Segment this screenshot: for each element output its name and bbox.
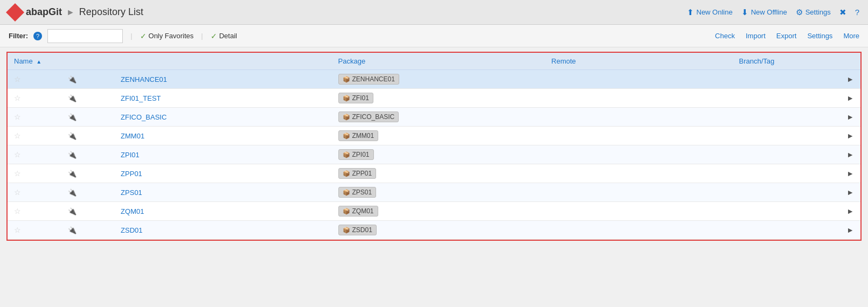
table-row: ☆🔌ZMM01📦ZMM01► — [8, 127, 860, 145]
table-row: ☆🔌ZPP01📦ZPP01► — [8, 164, 860, 183]
package-name: ZMM01 — [352, 132, 374, 139]
row-arrow[interactable]: ► — [835, 145, 860, 164]
star-icon[interactable]: ☆ — [14, 131, 21, 140]
repo-name[interactable]: ZQM01 — [121, 207, 144, 215]
package-badge: 📦ZPP01 — [338, 168, 377, 179]
row-arrow[interactable]: ► — [835, 89, 860, 108]
header-right: ⬆ New Online ⬇ New Offline ⚙ Settings ✖ … — [687, 8, 860, 17]
plug-icon: 🔌 — [68, 94, 77, 102]
table-row: ☆🔌ZFI01_TEST📦ZFI01► — [8, 89, 860, 108]
filter-label: Filter: — [9, 32, 28, 40]
export-button[interactable]: Export — [776, 32, 797, 40]
repo-name[interactable]: ZPS01 — [121, 189, 142, 197]
repo-name[interactable]: ZSD01 — [121, 226, 142, 234]
table-row: ☆🔌ZPI01📦ZPI01► — [8, 145, 860, 164]
toolbar: Filter: ? | ✓ Only Favorites | ✓ Detail … — [0, 25, 868, 47]
row-arrow[interactable]: ► — [835, 108, 860, 127]
remote-cell — [545, 145, 732, 164]
tools-icon: ✖ — [839, 8, 846, 17]
new-offline-button[interactable]: ⬇ New Offline — [741, 8, 787, 17]
row-arrow[interactable]: ► — [835, 183, 860, 202]
new-online-button[interactable]: ⬆ New Online — [687, 8, 733, 17]
remote-cell — [545, 70, 732, 89]
star-icon[interactable]: ☆ — [14, 75, 21, 83]
plug-icon: 🔌 — [68, 226, 77, 234]
checkmark-detail-icon: ✓ — [211, 32, 217, 40]
only-favorites-checkbox[interactable]: ✓ Only Favorites — [140, 32, 194, 40]
filter-help-icon[interactable]: ? — [33, 32, 42, 40]
repo-name[interactable]: ZENHANCE01 — [121, 75, 167, 83]
plug-icon: 🔌 — [68, 170, 77, 178]
repo-name[interactable]: ZFI01_TEST — [121, 94, 161, 102]
settings-gear-icon: ⚙ — [796, 8, 803, 17]
detail-checkbox[interactable]: ✓ Detail — [211, 32, 237, 40]
tools-button[interactable]: ✖ — [839, 8, 846, 17]
plug-icon: 🔌 — [68, 207, 77, 215]
row-arrow[interactable]: ► — [835, 127, 860, 145]
star-icon[interactable]: ☆ — [14, 226, 21, 234]
remote-cell — [545, 108, 732, 127]
logo-diamond-icon — [6, 3, 24, 22]
col-header-arrow — [835, 53, 860, 70]
separator-2: | — [201, 32, 203, 40]
row-arrow[interactable]: ► — [835, 164, 860, 183]
package-icon: 📦 — [343, 132, 350, 139]
remote-cell — [545, 89, 732, 108]
import-button[interactable]: Import — [746, 32, 766, 40]
package-icon: 📦 — [343, 227, 350, 234]
remote-cell — [545, 164, 732, 183]
table-header: Name ▲ Package Remote Branch/Tag — [8, 53, 860, 70]
remote-cell — [545, 221, 732, 240]
settings-button[interactable]: ⚙ Settings — [796, 8, 831, 17]
row-arrow[interactable]: ► — [835, 202, 860, 221]
package-name: ZQM01 — [352, 207, 374, 215]
package-name: ZPS01 — [352, 189, 372, 196]
col-branch-label: Branch/Tag — [739, 57, 775, 65]
plug-icon: 🔌 — [68, 113, 77, 121]
plug-icon: 🔌 — [68, 75, 77, 83]
repo-name[interactable]: ZFICO_BASIC — [121, 113, 166, 121]
header-left: abapGit ► Repository List — [9, 6, 687, 19]
repo-name[interactable]: ZPI01 — [121, 151, 140, 159]
package-name: ZPP01 — [352, 170, 372, 177]
repository-table-container: Name ▲ Package Remote Branch/Tag ☆🔌ZENHA… — [6, 52, 862, 241]
check-button[interactable]: Check — [715, 32, 735, 40]
checkmark-favorites-icon: ✓ — [140, 32, 147, 40]
branch-cell — [733, 108, 835, 127]
repo-name[interactable]: ZPP01 — [121, 170, 142, 178]
filter-input[interactable] — [47, 29, 123, 43]
star-icon[interactable]: ☆ — [14, 188, 21, 197]
branch-cell — [733, 202, 835, 221]
row-arrow[interactable]: ► — [835, 221, 860, 240]
col-header-remote[interactable]: Remote — [545, 53, 732, 70]
remote-cell — [545, 183, 732, 202]
breadcrumb-arrow-icon: ► — [66, 8, 75, 17]
package-badge: 📦ZSD01 — [338, 225, 377, 235]
package-icon: 📦 — [343, 95, 350, 102]
col-package-label: Package — [338, 57, 366, 65]
star-icon[interactable]: ☆ — [14, 169, 21, 178]
star-icon[interactable]: ☆ — [14, 94, 21, 102]
page-title: Repository List — [79, 6, 143, 18]
repo-name[interactable]: ZMM01 — [121, 132, 144, 140]
star-icon[interactable]: ☆ — [14, 207, 21, 215]
help-button[interactable]: ? — [855, 8, 859, 17]
row-arrow[interactable]: ► — [835, 70, 860, 89]
repository-table: Name ▲ Package Remote Branch/Tag ☆🔌ZENHA… — [8, 53, 860, 240]
star-icon[interactable]: ☆ — [14, 113, 21, 121]
remote-cell — [545, 202, 732, 221]
col-header-package[interactable]: Package — [332, 53, 545, 70]
package-badge: 📦ZFICO_BASIC — [338, 111, 399, 122]
package-name: ZFICO_BASIC — [352, 113, 395, 121]
star-icon[interactable]: ☆ — [14, 150, 21, 159]
package-badge: 📦ZPI01 — [338, 149, 374, 160]
plug-icon: 🔌 — [68, 189, 77, 197]
col-header-branch[interactable]: Branch/Tag — [733, 53, 835, 70]
more-button[interactable]: More — [843, 32, 859, 40]
branch-cell — [733, 89, 835, 108]
toolbar-settings-button[interactable]: Settings — [807, 32, 832, 40]
branch-cell — [733, 127, 835, 145]
package-badge: 📦ZQM01 — [338, 206, 378, 217]
table-row: ☆🔌ZPS01📦ZPS01► — [8, 183, 860, 202]
col-header-name[interactable]: Name ▲ — [8, 53, 332, 70]
